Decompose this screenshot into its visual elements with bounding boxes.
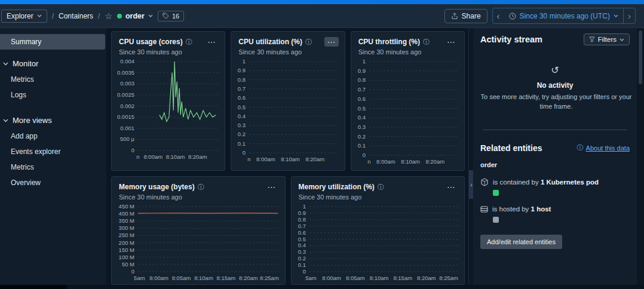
cpu-throttling-chart[interactable]: 10.90.80.70.60.50.40.30.20.10n8:00am8:10… <box>354 59 459 168</box>
chart-subtitle: Since 30 minutes ago <box>292 192 465 201</box>
activity-header: Activity stream Filters <box>480 33 630 45</box>
sidebar-item-summary[interactable]: Summary <box>0 34 105 50</box>
filter-funnel-icon <box>589 36 595 42</box>
svg-text:0.1: 0.1 <box>298 262 305 268</box>
chart-card-cpu-utilization: CPU utilization (%) ⓘ ⋯ Since 30 minutes… <box>231 31 345 171</box>
filters-button[interactable]: Filters <box>584 33 630 45</box>
timeframe-selector[interactable]: Since 30 minutes ago (UTC) <box>504 8 623 23</box>
svg-text:1: 1 <box>362 59 365 64</box>
svg-text:8:00am: 8:00am <box>376 158 395 165</box>
chart-title: CPU throttling (%) <box>358 38 420 46</box>
timeframe-next-button[interactable]: › <box>623 8 635 23</box>
svg-text:0.9: 0.9 <box>238 67 246 73</box>
cpu-utilization-chart[interactable]: 10.90.80.70.60.50.40.30.20.10n8:00am8:10… <box>234 59 339 168</box>
about-link-label: About this data <box>586 144 630 152</box>
sidebar-item-events-explorer[interactable]: Events explorer <box>0 144 106 159</box>
chevron-down-icon <box>37 14 42 17</box>
app-window: Explorer / Containers / ☆ order 16 Share… <box>0 0 644 289</box>
scrollbar-thumb[interactable] <box>639 30 642 84</box>
share-button[interactable]: Share <box>444 9 487 23</box>
svg-text:0: 0 <box>131 147 134 153</box>
svg-text:0.2: 0.2 <box>357 133 365 140</box>
chart-card-cpu-throttling: CPU throttling (%) ⓘ ⋯ Since 30 minutes … <box>351 31 465 171</box>
svg-text:0.5: 0.5 <box>238 104 246 110</box>
svg-text:8:10am: 8:10am <box>194 275 213 281</box>
related-entities-header: Related entities ⓘ About this data <box>480 143 630 153</box>
sidebar-section-more-views[interactable]: More views <box>0 116 106 125</box>
card-header: CPU utilization (%) ⓘ ⋯ <box>231 32 344 47</box>
svg-text:0.6: 0.6 <box>238 94 246 101</box>
pod-status-indicator[interactable] <box>493 190 499 196</box>
favorite-star-icon[interactable]: ☆ <box>105 12 112 20</box>
empty-state-description: To see more activity, try adjusting your… <box>480 93 632 112</box>
card-menu-button[interactable]: ⋯ <box>324 37 339 47</box>
cpu-usage-chart[interactable]: 0.0040.00350.0030.00250.0020.00150.00150… <box>114 59 220 168</box>
host-status-indicator[interactable] <box>493 217 499 223</box>
svg-text:8:25am: 8:25am <box>439 275 458 281</box>
svg-text:400 M: 400 M <box>119 210 134 217</box>
filters-label: Filters <box>598 36 617 43</box>
svg-text:150 M: 150 M <box>119 247 134 253</box>
tags-badge[interactable]: 16 <box>158 11 184 21</box>
info-icon[interactable]: ⓘ <box>198 184 204 190</box>
relation-text: is contained by 1 Kubernetes pod <box>493 179 599 186</box>
about-this-data-link[interactable]: ⓘ About this data <box>577 143 630 152</box>
card-menu-button[interactable]: ⋯ <box>265 182 279 192</box>
card-header: CPU usage (cores) ⓘ ⋯ <box>112 32 225 47</box>
svg-text:0.9: 0.9 <box>298 210 305 216</box>
svg-text:8:15am: 8:15am <box>393 275 412 281</box>
svg-text:0.2: 0.2 <box>238 131 246 137</box>
card-header: Memory usage (bytes) ⓘ ⋯ <box>112 177 285 192</box>
info-icon[interactable]: ⓘ <box>423 39 430 45</box>
svg-text:0.0035: 0.0035 <box>117 69 134 76</box>
panel-collapse-handle: › <box>468 28 473 285</box>
chart-title: CPU utilization (%) <box>238 38 302 46</box>
svg-text:350 M: 350 M <box>119 217 134 224</box>
svg-text:100 M: 100 M <box>119 254 134 260</box>
svg-text:0.3: 0.3 <box>357 124 365 130</box>
sidebar-section-monitor[interactable]: Monitor <box>0 59 106 68</box>
related-row-host[interactable]: is hosted by 1 host <box>480 205 630 213</box>
relation-target: 1 host <box>531 205 551 213</box>
svg-text:200 M: 200 M <box>119 239 134 246</box>
svg-text:8:10am: 8:10am <box>166 153 185 160</box>
svg-text:0.4: 0.4 <box>357 114 365 121</box>
svg-text:0.003: 0.003 <box>120 80 134 87</box>
breadcrumb-separator: / <box>52 12 54 20</box>
entity-dropdown[interactable]: order <box>117 12 153 20</box>
timeframe-prev-button[interactable]: ‹ <box>493 8 504 23</box>
memory-utilization-chart[interactable]: 10.90.80.70.60.50.40.30.20.105am8:00am8:… <box>294 204 460 282</box>
svg-text:8:20am: 8:20am <box>306 156 325 162</box>
sidebar-item-overview[interactable]: Overview <box>0 175 106 190</box>
explorer-label: Explorer <box>7 12 33 20</box>
svg-text:8:20am: 8:20am <box>239 275 258 281</box>
explorer-dropdown[interactable]: Explorer <box>1 10 47 23</box>
sidebar-item-add-app[interactable]: Add app <box>0 128 106 144</box>
svg-text:0.4: 0.4 <box>298 242 305 248</box>
browser-accent-strip <box>0 0 644 4</box>
card-menu-button[interactable]: ⋯ <box>444 37 458 47</box>
card-menu-button[interactable]: ⋯ <box>444 182 458 192</box>
sidebar-item-metrics-2[interactable]: Metrics <box>0 159 106 175</box>
entity-name: order <box>125 12 145 20</box>
related-row-pod[interactable]: is contained by 1 Kubernetes pod <box>480 178 630 186</box>
charts-area: CPU usage (cores) ⓘ ⋯ Since 30 minutes a… <box>106 28 468 285</box>
svg-text:0.4: 0.4 <box>238 113 246 119</box>
svg-text:0.002: 0.002 <box>120 103 134 109</box>
add-edit-related-entities-button[interactable]: Add/edit related entities <box>480 235 562 249</box>
svg-text:n: n <box>248 156 251 162</box>
chart-subtitle: Since 30 minutes ago <box>112 47 225 56</box>
svg-text:5am: 5am <box>305 275 317 281</box>
memory-usage-chart[interactable]: 450 M400 M350 M300 M250 M200 M150 M100 M… <box>114 204 280 282</box>
svg-text:0: 0 <box>243 149 246 156</box>
card-menu-button[interactable]: ⋯ <box>204 37 219 47</box>
sidebar-item-logs[interactable]: Logs <box>0 87 106 103</box>
info-icon[interactable]: ⓘ <box>305 39 312 45</box>
svg-text:0.3: 0.3 <box>238 122 246 128</box>
sidebar-item-metrics[interactable]: Metrics <box>0 72 106 87</box>
breadcrumb-containers[interactable]: Containers <box>59 12 93 20</box>
related-entities-title: Related entities <box>480 143 542 153</box>
activity-title: Activity stream <box>480 35 542 44</box>
info-icon[interactable]: ⓘ <box>186 39 192 45</box>
info-icon[interactable]: ⓘ <box>378 184 384 190</box>
